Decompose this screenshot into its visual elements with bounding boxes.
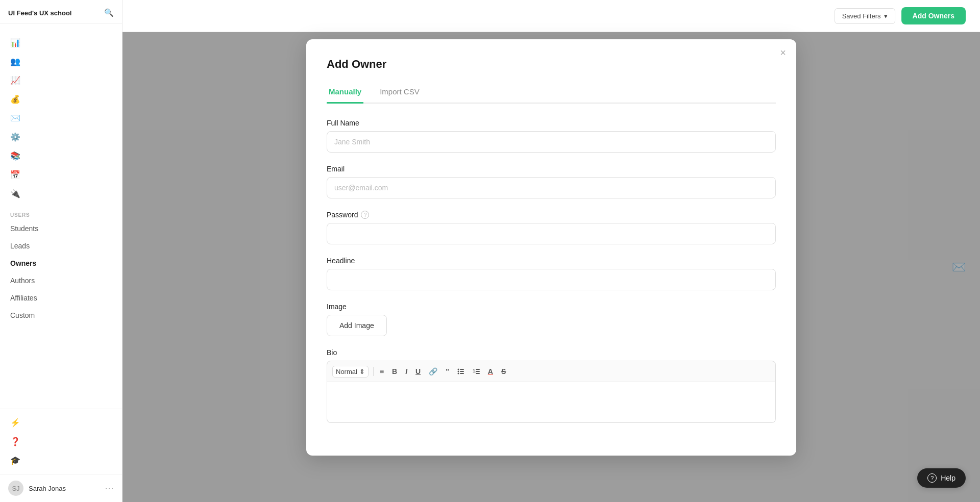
sidebar-item-graduation[interactable]: 🎓 xyxy=(0,451,122,470)
search-icon[interactable]: 🔍 xyxy=(104,8,114,17)
svg-point-0 xyxy=(457,369,459,370)
avatar: SJ xyxy=(8,481,23,496)
bio-underline-button[interactable]: U xyxy=(412,366,424,377)
graduation-icon: 🎓 xyxy=(10,456,20,465)
more-options-icon[interactable]: ⋯ xyxy=(105,483,114,494)
tab-manually[interactable]: Manually xyxy=(327,83,363,104)
full-name-input[interactable] xyxy=(327,131,776,153)
user-name: Sarah Jonas xyxy=(29,485,100,492)
bio-align-button[interactable]: ≡ xyxy=(376,366,387,377)
tab-import-csv[interactable]: Import CSV xyxy=(378,83,422,104)
students-label: Students xyxy=(10,224,38,233)
headline-input[interactable] xyxy=(327,269,776,290)
integrations-icon: 🔌 xyxy=(10,189,20,198)
bio-ul-button[interactable] xyxy=(454,365,468,378)
sidebar-item-owners[interactable]: Owners xyxy=(0,255,122,272)
library-icon: 📚 xyxy=(10,151,20,161)
svg-rect-9 xyxy=(476,373,480,374)
calendar-icon: 📅 xyxy=(10,170,20,180)
bio-format-select[interactable]: Normal ⇕ xyxy=(332,366,369,378)
modal-tabs: Manually Import CSV xyxy=(327,83,776,104)
bio-italic-button[interactable]: I xyxy=(402,366,411,377)
svg-point-4 xyxy=(457,373,459,374)
sidebar-item-users-nav[interactable]: 👥 xyxy=(0,52,122,71)
bio-ol-button[interactable]: 1. xyxy=(469,365,483,378)
email-label: Email xyxy=(327,165,776,173)
main-body: ✉️ × Add Owner Manually Import CSV Full … xyxy=(122,32,980,502)
image-group: Image Add Image xyxy=(327,303,776,336)
sidebar-header: UI Feed's UX school 🔍 xyxy=(0,0,122,24)
messages-icon: ✉️ xyxy=(10,113,20,123)
sidebar-item-affiliates[interactable]: Affiliates xyxy=(0,289,122,307)
svg-rect-3 xyxy=(460,371,464,372)
bio-bold-button[interactable]: B xyxy=(388,366,401,377)
sidebar-item-integrations[interactable]: 🔌 xyxy=(0,184,122,203)
password-label: Password ? xyxy=(327,211,776,219)
sidebar-item-analytics[interactable]: 📈 xyxy=(0,71,122,90)
bio-format-label: Normal xyxy=(336,368,357,375)
bio-label: Bio xyxy=(327,348,776,357)
email-group: Email xyxy=(327,165,776,198)
sidebar-item-leads[interactable]: Leads xyxy=(0,237,122,255)
sidebar-item-custom[interactable]: Custom xyxy=(0,307,122,324)
sidebar-item-authors[interactable]: Authors xyxy=(0,272,122,289)
svg-rect-5 xyxy=(460,373,464,374)
headline-group: Headline xyxy=(327,257,776,290)
add-image-button[interactable]: Add Image xyxy=(327,315,387,336)
dashboard-icon: 📊 xyxy=(10,38,20,47)
affiliates-label: Affiliates xyxy=(10,294,37,302)
sidebar-user[interactable]: SJ Sarah Jonas ⋯ xyxy=(0,474,122,502)
saved-filters-button[interactable]: Saved Filters ▾ xyxy=(835,8,895,24)
svg-point-2 xyxy=(457,371,459,372)
password-group: Password ? xyxy=(327,211,776,244)
users-section-label: USERS xyxy=(0,207,122,220)
add-owner-modal: × Add Owner Manually Import CSV Full Nam… xyxy=(306,39,796,456)
custom-label: Custom xyxy=(10,311,35,319)
svg-rect-7 xyxy=(476,369,480,370)
sidebar-nav: 📊 👥 📈 💰 ✉️ ⚙️ 📚 📅 xyxy=(0,24,122,409)
bio-text-color-button[interactable]: A xyxy=(484,366,497,377)
sidebar-item-settings[interactable]: ⚙️ xyxy=(0,128,122,146)
sidebar-item-calendar[interactable]: 📅 xyxy=(0,165,122,184)
flash-icon: ⚡ xyxy=(10,418,20,428)
email-input[interactable] xyxy=(327,177,776,198)
modal-title: Add Owner xyxy=(327,58,776,71)
image-label: Image xyxy=(327,303,776,311)
bio-group: Bio Normal ⇕ ≡ B I U 🔗 " xyxy=(327,348,776,423)
modal-close-button[interactable]: × xyxy=(780,47,786,58)
help-button[interactable]: ? Help xyxy=(917,468,966,488)
sidebar-item-revenue[interactable]: 💰 xyxy=(0,90,122,109)
analytics-icon: 📈 xyxy=(10,76,20,85)
password-input[interactable] xyxy=(327,223,776,244)
svg-rect-1 xyxy=(460,369,464,370)
add-owners-button[interactable]: Add Owners xyxy=(901,7,966,24)
bio-toolbar: Normal ⇕ ≡ B I U 🔗 " xyxy=(327,361,776,382)
sidebar-item-messages[interactable]: ✉️ xyxy=(0,109,122,128)
svg-rect-8 xyxy=(476,371,480,372)
app-title: UI Feed's UX school xyxy=(8,9,71,17)
authors-label: Authors xyxy=(10,277,35,285)
bio-format-chevron: ⇕ xyxy=(359,368,365,375)
bio-link-button[interactable]: 🔗 xyxy=(425,366,441,377)
sidebar-item-flash[interactable]: ⚡ xyxy=(0,413,122,432)
help-label: Help xyxy=(941,474,955,482)
help-nav-icon: ❓ xyxy=(10,437,20,446)
bio-strikethrough-button[interactable]: S xyxy=(498,366,509,377)
main-content: Saved Filters ▾ Add Owners ✉️ × Add Owne… xyxy=(122,0,980,502)
sidebar-item-students[interactable]: Students xyxy=(0,220,122,237)
saved-filters-label: Saved Filters xyxy=(842,12,881,20)
sidebar-item-library[interactable]: 📚 xyxy=(0,146,122,165)
headline-label: Headline xyxy=(327,257,776,265)
revenue-icon: 💰 xyxy=(10,94,20,104)
password-help-icon[interactable]: ? xyxy=(361,211,369,219)
modal-overlay: × Add Owner Manually Import CSV Full Nam… xyxy=(122,32,980,502)
sidebar: UI Feed's UX school 🔍 📊 👥 📈 💰 ✉️ ⚙️ xyxy=(0,0,122,502)
owners-label: Owners xyxy=(10,259,36,267)
sidebar-item-dashboard[interactable]: 📊 xyxy=(0,33,122,52)
bio-editor[interactable] xyxy=(327,382,776,423)
full-name-label: Full Name xyxy=(327,119,776,127)
main-header: Saved Filters ▾ Add Owners xyxy=(122,0,980,32)
bio-quote-button[interactable]: " xyxy=(442,366,453,377)
sidebar-item-help-nav[interactable]: ❓ xyxy=(0,432,122,451)
users-icon: 👥 xyxy=(10,57,20,66)
